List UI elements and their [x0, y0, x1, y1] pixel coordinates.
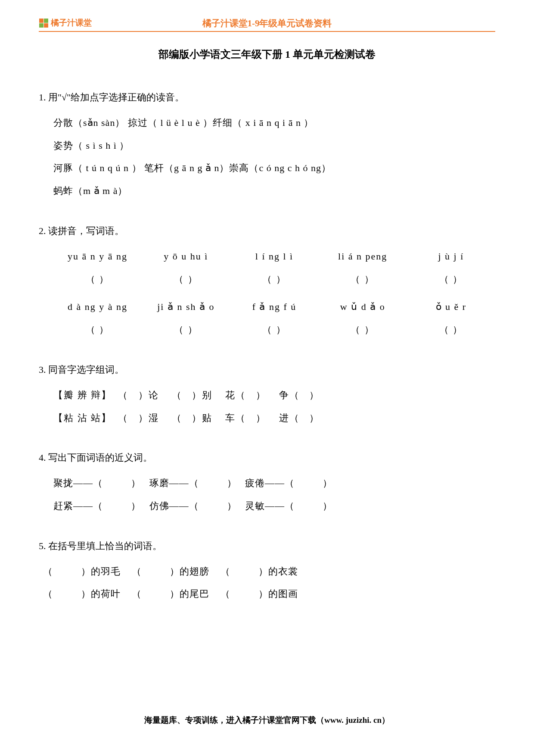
main-title: 部编版小学语文三年级下册 1 单元单元检测试卷	[158, 47, 376, 61]
question-3: 3. 同音字选字组词。 【瓣 辨 辩】 （ ）论 （ ）别 花（ ） 争（ ） …	[39, 359, 495, 429]
page-footer: 海量题库、专项训练，进入橘子汁课堂官网下载（www. juzizhi. cn）	[144, 715, 390, 726]
q2-pinyin-9: w ǔ d ǎ o	[319, 296, 407, 319]
q2-pinyin-7: ji ǎ n sh ǎ o	[142, 296, 230, 319]
question-4: 4. 写出下面词语的近义词。 聚拢——（ ） 琢磨——（ ） 疲倦——（ ） 赶…	[39, 447, 495, 517]
question-1: 1. 用"√"给加点字选择正确的读音。 分散（sǎn sàn） 掠过（ l ü …	[39, 86, 495, 203]
q2-pinyin-row1: yu ā n y ā ng y ō u hu ì l í ng l ì li á…	[53, 245, 495, 268]
logo-icon	[39, 18, 48, 28]
q3-title: 3. 同音字选字组词。	[39, 359, 495, 381]
q2-bracket-row1: （ ） （ ） （ ） （ ） （ ）	[53, 268, 495, 291]
q2-bracket: （ ）	[53, 268, 142, 291]
q3-body: 【瓣 辨 辩】 （ ）论 （ ）别 花（ ） 争（ ） 【粘 沾 站】 （ ）湿…	[39, 384, 495, 430]
header-subtitle: 橘子汁课堂1-9年级单元试卷资料	[202, 17, 332, 29]
q5-line2: （ ）的荷叶 （ ）的尾巴 （ ）的图画	[43, 583, 495, 606]
q1-line2: 姿势（ s ì s h ì ）	[53, 134, 495, 157]
q2-bracket: （ ）	[53, 319, 142, 341]
page-header: 橘子汁课堂 橘子汁课堂1-9年级单元试卷资料	[0, 17, 534, 28]
q1-line3: 河豚（ t ú n q ú n ） 笔杆（g ā n g ǎ n）崇高（c ó …	[53, 157, 495, 180]
q5-title: 5. 在括号里填上恰当的词语。	[39, 535, 495, 558]
content-area: 1. 用"√"给加点字选择正确的读音。 分散（sǎn sàn） 掠过（ l ü …	[39, 86, 495, 623]
q4-line1: 聚拢——（ ） 琢磨——（ ） 疲倦——（ ）	[53, 472, 495, 495]
q2-pinyin-1: yu ā n y ā ng	[53, 245, 142, 268]
q2-bracket: （ ）	[230, 268, 318, 291]
q5-body: （ ）的羽毛 （ ）的翅膀 （ ）的衣裳 （ ）的荷叶 （ ）的尾巴 （ ）的图…	[39, 560, 495, 606]
q2-pinyin-5: j ù j í	[407, 245, 495, 268]
q2-bracket: （ ）	[407, 319, 495, 341]
question-5: 5. 在括号里填上恰当的词语。 （ ）的羽毛 （ ）的翅膀 （ ）的衣裳 （ ）…	[39, 535, 495, 606]
logo-text: 橘子汁课堂	[51, 17, 92, 28]
q2-bracket: （ ）	[142, 319, 230, 341]
q1-line1: 分散（sǎn sàn） 掠过（ l ü è l u è ）纤细（ x i ā n…	[53, 112, 495, 134]
q2-bracket: （ ）	[142, 268, 230, 291]
q2-bracket: （ ）	[319, 268, 407, 291]
q2-pinyin-3: l í ng l ì	[230, 245, 318, 268]
q2-pinyin-6: d à ng y à ng	[53, 296, 142, 319]
q4-body: 聚拢——（ ） 琢磨——（ ） 疲倦——（ ） 赶紧——（ ） 仿佛——（ ） …	[39, 472, 495, 518]
q2-pinyin-4: li á n peng	[319, 245, 407, 268]
q2-bracket: （ ）	[407, 268, 495, 291]
q5-line1: （ ）的羽毛 （ ）的翅膀 （ ）的衣裳	[43, 560, 495, 583]
q1-body: 分散（sǎn sàn） 掠过（ l ü è l u è ）纤细（ x i ā n…	[39, 112, 495, 203]
q1-line4: 蚂蚱（m ǎ m à）	[53, 180, 495, 203]
q2-bracket-row2: （ ） （ ） （ ） （ ） （ ）	[53, 319, 495, 341]
header-divider	[39, 31, 495, 32]
question-2: 2. 读拼音，写词语。 yu ā n y ā ng y ō u hu ì l í…	[39, 220, 495, 341]
q2-pinyin-10: ǒ u ě r	[407, 296, 495, 319]
q1-title: 1. 用"√"给加点字选择正确的读音。	[39, 86, 495, 109]
q2-bracket: （ ）	[230, 319, 318, 341]
q2-pinyin-2: y ō u hu ì	[142, 245, 230, 268]
q2-bracket: （ ）	[319, 319, 407, 341]
q2-title: 2. 读拼音，写词语。	[39, 220, 495, 243]
q2-body: yu ā n y ā ng y ō u hu ì l í ng l ì li á…	[39, 245, 495, 341]
q2-pinyin-8: f ǎ ng f ú	[230, 296, 318, 319]
q2-pinyin-row2: d à ng y à ng ji ǎ n sh ǎ o f ǎ ng f ú w…	[53, 296, 495, 319]
q3-line2: 【粘 沾 站】 （ ）湿 （ ）贴 车（ ） 进（ ）	[53, 407, 495, 430]
q3-line1: 【瓣 辨 辩】 （ ）论 （ ）别 花（ ） 争（ ）	[53, 384, 495, 407]
q4-title: 4. 写出下面词语的近义词。	[39, 447, 495, 469]
q4-line2: 赶紧——（ ） 仿佛——（ ） 灵敏——（ ）	[53, 495, 495, 518]
